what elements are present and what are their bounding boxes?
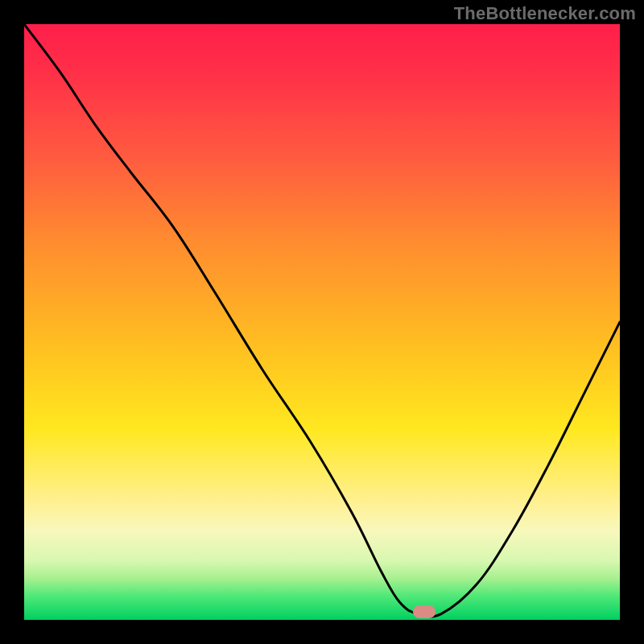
- curve-path: [24, 24, 620, 617]
- selection-marker: [413, 605, 436, 618]
- curve-svg: [24, 24, 620, 620]
- plot-area: [24, 24, 620, 620]
- chart-frame: TheBottlenecker.com: [0, 0, 644, 644]
- watermark-text: TheBottlenecker.com: [454, 3, 636, 24]
